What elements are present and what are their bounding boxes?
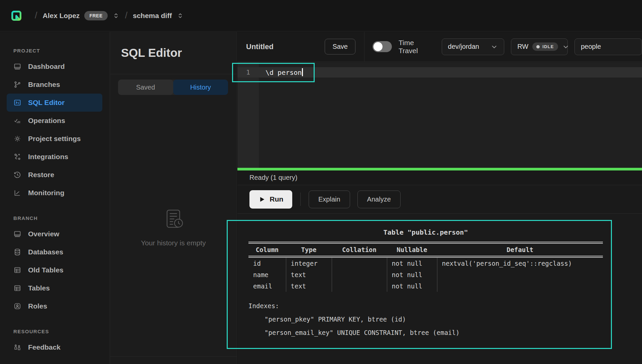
history-panel: SQL Editor Saved History Your history is… xyxy=(110,32,237,364)
column-header: Type xyxy=(286,243,332,257)
column-header: Default xyxy=(437,243,603,257)
git-branch-icon xyxy=(13,81,21,89)
sql-editor-panel: Untitled Save Time Travel dev/jordan RW … xyxy=(237,32,642,364)
gear-icon xyxy=(13,135,21,143)
sidebar-section-resources: RESOURCES xyxy=(13,329,110,334)
roles-user-icon xyxy=(13,302,21,310)
code-line[interactable]: \d person xyxy=(265,68,303,77)
index-entry: "person_pkey" PRIMARY KEY, btree (id) xyxy=(248,313,603,326)
sidebar-section-project: PROJECT xyxy=(13,48,110,53)
breadcrumb-org-name[interactable]: Alex Lopez xyxy=(43,12,80,20)
column-header: Column xyxy=(248,243,286,257)
table-row: email text not null xyxy=(248,280,603,292)
editor-gutter xyxy=(237,62,259,168)
sidebar-item-operations[interactable]: Operations xyxy=(7,112,102,130)
database-icon xyxy=(13,248,21,256)
results-panel: Table "public.person" Column Type Collat… xyxy=(237,214,642,364)
database-select[interactable]: people xyxy=(574,38,642,55)
empty-history-document-clock-icon xyxy=(163,208,184,230)
column-header: Nullable xyxy=(387,243,437,257)
sidebar-item-feedback[interactable]: Feedback xyxy=(7,338,102,356)
editor-header: Untitled Save Time Travel dev/jordan RW … xyxy=(237,32,642,62)
analyze-button[interactable]: Analyze xyxy=(357,191,401,208)
sidebar-item-roles[interactable]: Roles xyxy=(7,297,102,315)
breadcrumb-separator: / xyxy=(35,10,37,21)
overview-icon xyxy=(13,230,21,238)
query-toolbar: Run Explain Analyze xyxy=(237,185,642,214)
project-switcher-chevrons-icon[interactable] xyxy=(177,12,184,19)
monitoring-chart-icon xyxy=(13,189,21,197)
sidebar-item-branches[interactable]: Branches xyxy=(7,76,102,94)
indexes-label: Indexes: xyxy=(248,299,603,313)
chevron-down-icon xyxy=(491,43,498,50)
run-button[interactable]: Run xyxy=(249,190,292,209)
plan-badge: FREE xyxy=(84,11,107,20)
sidebar-item-overview[interactable]: Overview xyxy=(7,225,102,243)
sidebar-item-sql-editor[interactable]: SQL Editor xyxy=(7,94,102,112)
branch-select[interactable]: dev/jordan xyxy=(442,38,505,55)
sidebar-item-restore[interactable]: Restore xyxy=(7,166,102,184)
tab-history[interactable]: History xyxy=(173,80,228,95)
query-title: Untitled xyxy=(246,42,274,51)
breadcrumb-project-name[interactable]: schema diff xyxy=(133,12,172,20)
sidebar-item-databases[interactable]: Databases xyxy=(7,243,102,261)
save-button[interactable]: Save xyxy=(325,39,355,54)
index-entry: "person_email_key" UNIQUE CONSTRAINT, bt… xyxy=(248,326,603,339)
history-panel-header: SQL Editor xyxy=(110,32,237,74)
query-progress-bar xyxy=(237,168,642,170)
status-dot-icon xyxy=(536,45,540,48)
column-header: Collation xyxy=(332,243,387,257)
indexes-block: Indexes: "person_pkey" PRIMARY KEY, btre… xyxy=(248,299,603,339)
dashboard-icon xyxy=(13,63,21,71)
sidebar-item-tables[interactable]: Tables xyxy=(7,279,102,297)
table-grid-icon xyxy=(13,284,21,292)
time-travel-toggle[interactable] xyxy=(372,41,392,52)
play-icon xyxy=(258,196,265,203)
breadcrumb-separator: / xyxy=(125,10,128,21)
history-panel-footer-divider xyxy=(110,356,237,364)
top-bar: / Alex Lopez FREE / schema diff xyxy=(0,0,642,31)
empty-history-message: Your history is empty xyxy=(141,239,206,247)
chevron-down-icon xyxy=(562,43,569,50)
feedback-people-icon xyxy=(13,343,21,351)
sql-editor-icon xyxy=(13,99,21,107)
page-title: SQL Editor xyxy=(121,46,182,59)
sidebar-item-dashboard[interactable]: Dashboard xyxy=(7,57,102,76)
sidebar: PROJECT Dashboard Branches SQL Editor Op… xyxy=(0,32,110,364)
neon-logo-icon[interactable] xyxy=(9,8,24,23)
history-empty-state: Your history is empty xyxy=(110,208,237,247)
line-number: 1 xyxy=(237,68,259,76)
integrations-icon xyxy=(13,153,21,161)
operations-checklist-icon xyxy=(13,117,21,125)
table-grid-icon xyxy=(13,266,21,274)
compute-endpoint-select[interactable]: RW IDLE xyxy=(511,38,568,55)
table-row: id integer not null nextval('person_id_s… xyxy=(248,257,603,269)
code-editor[interactable]: 1 \d person xyxy=(237,62,642,168)
saved-history-tab-group: Saved History xyxy=(118,80,228,95)
endpoint-status-badge: IDLE xyxy=(532,42,558,51)
org-switcher-chevrons-icon[interactable] xyxy=(112,12,120,19)
sidebar-item-project-settings[interactable]: Project settings xyxy=(7,130,102,148)
result-table-title: Table "public.person" xyxy=(248,228,603,236)
status-message: Ready (1 query) xyxy=(249,174,297,181)
status-bar: Ready (1 query) xyxy=(237,170,642,185)
explain-button[interactable]: Explain xyxy=(309,191,350,208)
sidebar-item-old-tables[interactable]: Old Tables xyxy=(7,261,102,279)
sidebar-section-branch: BRANCH xyxy=(13,215,110,221)
table-row: name text not null xyxy=(248,269,603,280)
sidebar-item-monitoring[interactable]: Monitoring xyxy=(7,184,102,202)
tab-saved[interactable]: Saved xyxy=(118,80,173,95)
sidebar-item-integrations[interactable]: Integrations xyxy=(7,148,102,166)
text-cursor xyxy=(302,68,303,76)
time-travel-label: Time Travel xyxy=(399,39,433,55)
result-table: Column Type Collation Nullable Default i… xyxy=(248,242,603,292)
restore-clock-icon xyxy=(13,171,21,179)
toggle-knob xyxy=(373,42,383,51)
toolbar-divider xyxy=(300,193,301,206)
